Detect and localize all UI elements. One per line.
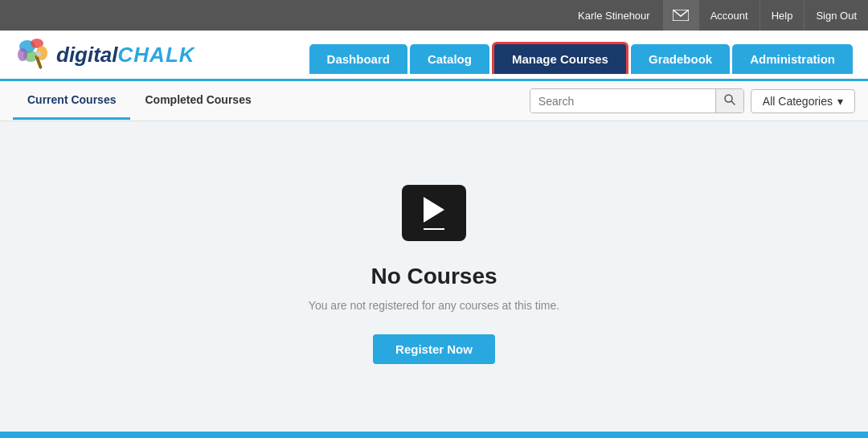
main-content: No Courses You are not registered for an…	[0, 121, 868, 411]
help-link[interactable]: Help	[760, 0, 805, 31]
top-bar: Karle Stinehour Account Help Sign Out	[0, 0, 868, 31]
logo-icon	[13, 37, 53, 72]
signout-link[interactable]: Sign Out	[804, 0, 868, 31]
no-courses-description: You are not registered for any courses a…	[309, 299, 559, 312]
logo: digital CHALK	[13, 37, 195, 79]
subtab-completed-courses[interactable]: Completed Courses	[130, 82, 265, 120]
tab-catalog[interactable]: Catalog	[410, 44, 489, 74]
tab-administration[interactable]: Administration	[732, 44, 853, 74]
no-courses-title: No Courses	[371, 264, 497, 289]
search-wrap	[530, 88, 744, 113]
svg-point-5	[18, 48, 27, 61]
bottom-bar	[0, 432, 868, 438]
sub-header: Current Courses Completed Courses All Ca…	[0, 81, 868, 121]
logo-text: digital CHALK	[56, 43, 195, 68]
search-input[interactable]	[530, 90, 715, 113]
categories-label: All Categories	[763, 95, 833, 108]
search-area: All Categories ▾	[530, 88, 855, 113]
username: Karle Stinehour	[578, 10, 663, 22]
svg-line-9	[731, 101, 735, 104]
mail-icon	[673, 10, 689, 21]
header-top: digital CHALK Dashboard Catalog Manage C…	[13, 37, 855, 79]
no-courses-icon	[402, 185, 466, 241]
logo-digital: digital	[56, 43, 118, 68]
tab-dashboard[interactable]: Dashboard	[309, 44, 407, 74]
logo-chalk: CHALK	[118, 43, 195, 68]
mail-button[interactable]	[663, 0, 698, 31]
play-line-icon	[424, 228, 444, 230]
categories-dropdown[interactable]: All Categories ▾	[751, 89, 855, 113]
search-button[interactable]	[715, 89, 743, 113]
tab-gradebook[interactable]: Gradebook	[631, 44, 730, 74]
account-link[interactable]: Account	[698, 0, 760, 31]
play-triangle-icon	[424, 197, 444, 223]
header: digital CHALK Dashboard Catalog Manage C…	[0, 31, 868, 81]
register-now-button[interactable]: Register Now	[373, 334, 495, 364]
search-icon	[724, 94, 735, 105]
tab-manage-courses[interactable]: Manage Courses	[492, 42, 628, 74]
nav-tabs: Dashboard Catalog Manage Courses Gradebo…	[309, 42, 855, 74]
subtab-current-courses[interactable]: Current Courses	[13, 82, 130, 120]
chevron-down-icon: ▾	[837, 95, 843, 108]
